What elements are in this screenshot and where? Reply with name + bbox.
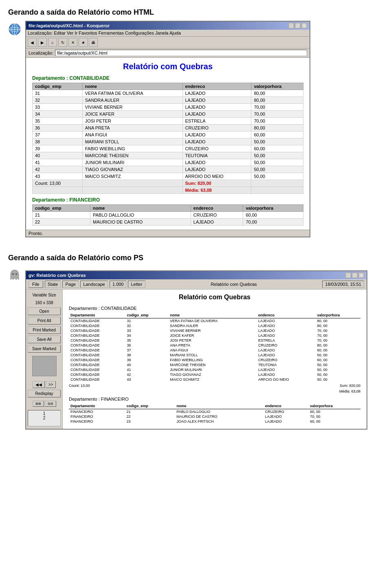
forward-button[interactable]: ▶: [38, 38, 47, 47]
browser-titlebar: file:/agata/output/XC.html - Konqueror _…: [26, 22, 310, 30]
stop-button[interactable]: ✕: [68, 38, 77, 47]
gs-col-0: Departamento: [69, 312, 125, 318]
gs-nav-buttons: ◀◀ >>: [28, 381, 61, 388]
back-button[interactable]: ◀: [28, 38, 37, 47]
gs-table-cell: CONTABILIDADE: [69, 353, 125, 358]
table-cell: 70,00: [251, 118, 303, 125]
gs-table-cell: FINANCEIRO: [69, 414, 125, 419]
gs-page-info: Page: [62, 281, 79, 288]
col-header-3: valorporhora: [251, 83, 303, 90]
browser-toolbar: ◀ ▶ ⌂ ↻ ✕ ★ 🖶: [26, 37, 310, 48]
gs-maximize-button[interactable]: □: [352, 272, 358, 278]
gs-table-cell: LAJEADO: [257, 353, 316, 358]
gs-state-info: State: [45, 281, 61, 288]
gs-table-cell: CONTABILIDADE: [69, 318, 125, 324]
table-cell: ARROIO DO MEIO: [182, 173, 251, 180]
gs-printall-button[interactable]: Print All: [28, 317, 61, 325]
table-cell: 60,00: [251, 145, 303, 152]
gs-savemarked-button[interactable]: Save Marked: [28, 345, 61, 353]
table-cell: 80,00: [251, 125, 303, 132]
table-cell: ANA PRETA: [82, 125, 182, 132]
gs-dims-label: 160 x 338: [28, 300, 61, 306]
gs-close-button[interactable]: ×: [358, 272, 364, 278]
gs-table-cell: FINANCEIRO: [69, 409, 125, 415]
print-button[interactable]: 🖶: [89, 38, 98, 47]
browser-content: Relatório com Quebras Departamento : CON…: [26, 58, 310, 230]
gs-zoom-in-button[interactable]: ⊞⊞: [33, 401, 44, 407]
address-label: Localização:: [29, 50, 53, 55]
gs-prev-button[interactable]: ◀◀: [33, 381, 45, 388]
gs-page-number-2[interactable]: 2: [29, 416, 59, 420]
gs-table-cell: CONTABILIDADE: [69, 328, 125, 333]
gs-file-button[interactable]: File: [29, 281, 43, 288]
table-cell: FABIO WIEBILLING: [82, 145, 182, 152]
table-cell: 43: [33, 173, 83, 180]
table-cell: TEUTONIA: [182, 152, 251, 159]
bookmark-button[interactable]: ★: [79, 38, 88, 47]
home-button[interactable]: ⌂: [48, 38, 57, 47]
table-cell: 39: [33, 145, 83, 152]
gs-table-cell: LAJEADO: [257, 318, 316, 324]
gs-table-cell: CONTABILIDADE: [69, 377, 125, 382]
address-input[interactable]: [55, 50, 307, 56]
gs-table-cell: CRUZEIRO: [264, 409, 309, 415]
table-cell: LAJEADO: [182, 132, 251, 138]
gs-table-cell: 23: [125, 419, 175, 424]
menu-items[interactable]: Localização: Editar Ver Ir Favoritos Fer…: [28, 31, 181, 35]
gs-title: gv: Relatório com Quebras: [29, 273, 86, 278]
gs-table-cell: TEUTONIA: [257, 362, 316, 367]
status-text: Pronto.: [29, 231, 43, 236]
gs-table-cell: MAURICIO DE CASTRO: [175, 414, 263, 419]
gs-open-button[interactable]: Open: [28, 307, 61, 315]
gs-table-cell: 50, 00: [316, 362, 360, 367]
gs-zoom-out-button[interactable]: ⊟⊟: [45, 401, 56, 407]
table-cell: 31: [33, 90, 83, 97]
table-cell: LAJEADO: [182, 111, 251, 118]
gs-table-cell: 70, 00: [308, 414, 360, 419]
ghost-icon: [8, 268, 21, 281]
col-header-0: codigo_emp: [33, 83, 83, 90]
gs-table-cell: CONTABILIDADE: [69, 348, 125, 353]
table-cell: 50,00: [251, 138, 303, 145]
table-cell: 37: [33, 132, 83, 138]
gs-table-cell: 37: [125, 348, 169, 353]
gs-table-cell: 36: [125, 343, 169, 348]
table-cell: LAJEADO: [182, 159, 251, 166]
gs-table-cell: 43: [125, 377, 169, 382]
maximize-button[interactable]: □: [295, 23, 301, 29]
dept1-heading: Departamento : CONTABILIDADE: [32, 75, 303, 81]
col2-header-3: valorporhora: [243, 205, 303, 212]
gs-table-cell: LAJEADO: [257, 333, 316, 338]
gs-varsize-label: Variable Size: [28, 292, 61, 298]
browser-window: file:/agata/output/XC.html - Konqueror _…: [25, 21, 310, 237]
browser-addressbar: Localização:: [26, 48, 310, 58]
table-cell: 22: [33, 219, 90, 226]
table-cell: PABLO DALLOGLIO: [90, 212, 191, 219]
gs-printmarked-button[interactable]: Print Marked: [28, 326, 61, 334]
reload-button[interactable]: ↻: [58, 38, 67, 47]
table-cell: 36: [33, 125, 83, 132]
gs-table-cell: 22: [125, 414, 175, 419]
gs-page-number[interactable]: 1: [29, 411, 59, 416]
gs-table-cell: 21: [125, 409, 175, 415]
ghostview-window: gv: Relatório com Quebras _ □ × File Sta…: [25, 270, 367, 430]
table-cell: 50,00: [251, 173, 303, 180]
table-cell: 38: [33, 138, 83, 145]
gs-next-button[interactable]: >>: [46, 381, 56, 388]
gs-minimize-button[interactable]: _: [345, 272, 351, 278]
table-cell: ANA FIGUI: [82, 132, 182, 138]
dept2-heading: Departamento : FINANCEIRO: [32, 197, 303, 203]
table-cell: JOSI PETER: [82, 118, 182, 125]
gs-zoom-info: 1.000: [110, 281, 127, 288]
gs-table-cell: LAJEADO: [257, 328, 316, 333]
gs-saveall-button[interactable]: Save All: [28, 336, 61, 343]
gs-redisplay-button[interactable]: Redisplay: [28, 390, 61, 397]
table-cell: 80,00: [251, 90, 303, 97]
gs-dept1-heading: Departamento : CONTABILIDADE: [69, 306, 360, 311]
media-cell: Média: 63,08: [182, 187, 251, 194]
table-cell: MAURICIO DE CASTRO: [90, 219, 191, 226]
gs-table-cell: 80, 00: [316, 343, 360, 348]
close-button[interactable]: ×: [301, 23, 307, 29]
minimize-button[interactable]: _: [288, 23, 294, 29]
section2-heading: Gerando a saída do Relatório como PS: [8, 254, 383, 262]
